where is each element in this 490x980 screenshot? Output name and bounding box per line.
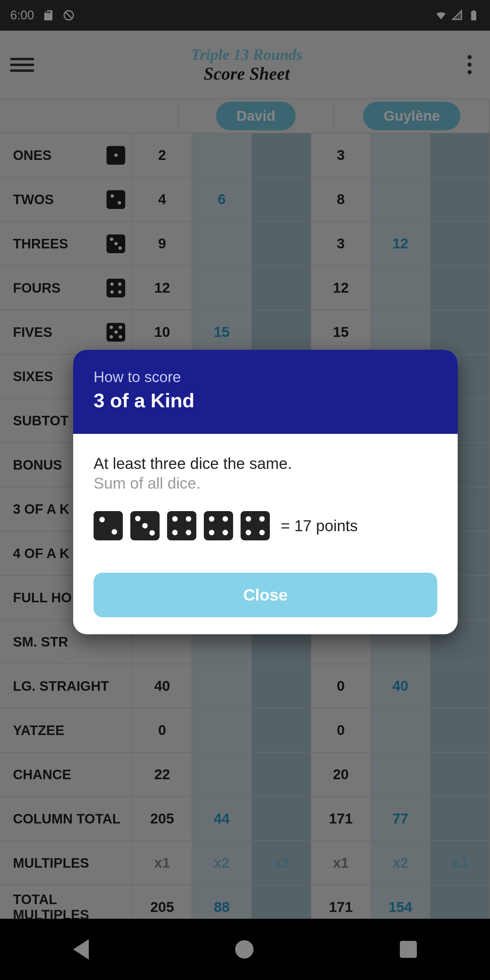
die-4-icon [240,511,270,540]
help-modal: How to score 3 of a Kind At least three … [73,350,458,634]
points-result: = 17 points [281,517,358,535]
close-button[interactable]: Close [94,573,437,617]
die-4-icon [167,511,196,540]
modal-rule: At least three dice the same. [94,454,437,473]
dice-example: = 17 points [94,511,437,540]
die-3-icon [130,511,159,540]
die-4-icon [204,511,233,540]
die-2-icon [94,511,123,540]
modal-scoring: Sum of all dice. [94,474,437,492]
modal-title: 3 of a Kind [94,389,437,412]
modal-subtitle: How to score [94,369,437,385]
